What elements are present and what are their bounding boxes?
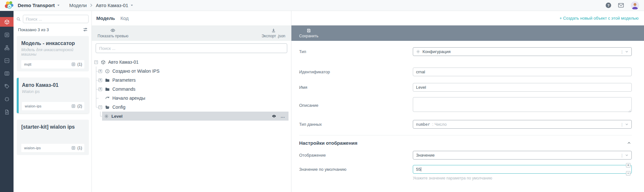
collapse-toggle[interactable]: − (94, 60, 98, 64)
models-list-panel: Показано 3 из 3 Модель - инкассатор Моде… (14, 11, 92, 192)
sidebar-item-objects[interactable] (0, 30, 14, 40)
download-icon (271, 28, 276, 33)
breadcrumb-models[interactable]: Модели (69, 3, 87, 8)
workspace-name: Demo Transport (18, 3, 55, 8)
objects-icon (71, 62, 76, 67)
save-toolbar: Сохранить (291, 25, 644, 41)
objects-icon (71, 146, 76, 150)
sidebar-item-documents[interactable] (0, 107, 14, 117)
code-square-icon (4, 58, 10, 63)
filter-icon[interactable] (83, 27, 88, 32)
sidebar-item-models[interactable] (0, 17, 14, 27)
model-card-footer: mqtt (1) (21, 60, 84, 69)
expander-spacer (99, 96, 102, 100)
model-card-title: Авто Камаз-01 (22, 82, 84, 88)
tree-node-parameters[interactable]: + Parameters (92, 76, 291, 85)
node-settings-panel: + Создать новый объект с этой моделью Со… (291, 11, 644, 192)
save-button[interactable]: Сохранить (294, 28, 324, 38)
default-value-input[interactable]: 55 (413, 165, 632, 174)
chevron-down-icon (625, 50, 629, 53)
protocol-label: mqtt (24, 62, 32, 66)
app-window: R Demo Transport Модели Авто Камаз-01 ? (0, 0, 644, 192)
collapse-toggle[interactable]: − (99, 105, 102, 109)
display-label: Отображение (299, 153, 413, 158)
models-count-row: Показано 3 из 3 (14, 25, 91, 36)
tree-node-label: Создано от Wialon IPS (112, 69, 159, 74)
mail-icon[interactable] (618, 3, 624, 8)
breadcrumb-separator-icon (90, 4, 92, 7)
chevron-down-icon (625, 123, 629, 126)
form-row-name: Имя (299, 83, 632, 92)
model-card[interactable]: Модель - инкассатор Модель для инкассато… (17, 36, 89, 71)
export-json-label: Экспорт .json (261, 34, 285, 38)
description-textarea[interactable] (413, 97, 632, 112)
model-tabs: Модель Код (92, 11, 291, 25)
protocol-label: wialon-ips (25, 104, 42, 108)
description-label: Описание (299, 103, 413, 108)
cube-icon (4, 19, 10, 25)
model-card[interactable]: [starter-kit] wialon ips wialon-ips (1) (17, 120, 89, 155)
tree-node-rent-start[interactable]: Начало аренды (92, 94, 291, 103)
create-object-link[interactable]: + Создать новый объект с этой моделью (560, 16, 639, 21)
tree-node-commands[interactable]: + Commands (92, 85, 291, 94)
tree-search-input[interactable] (96, 43, 287, 53)
tree-node-config[interactable]: − Config (92, 103, 291, 112)
default-value-label: Значение по умолчанию (299, 167, 413, 172)
topbar-actions: ? (606, 1, 639, 10)
caret-down-icon (130, 4, 133, 6)
sidebar-item-tables[interactable] (0, 69, 14, 78)
breadcrumb-current-model[interactable]: Авто Камаз-01 (96, 3, 133, 8)
sidebar-item-modules[interactable] (0, 94, 14, 104)
display-select[interactable]: Значение | (413, 151, 632, 160)
select-divider: | (621, 122, 622, 127)
user-avatar[interactable] (631, 1, 639, 10)
objects-count: (1) (77, 146, 82, 150)
tree-node-label: Config (112, 105, 125, 110)
tab-code[interactable]: Код (120, 15, 129, 21)
select-divider: | (621, 50, 622, 54)
model-tree: − Авто Камаз-01 + Создано от Wialon IPS … (92, 54, 291, 192)
tree-node-created-from[interactable]: + Создано от Wialon IPS (92, 67, 291, 76)
sidebar-item-tags[interactable] (0, 81, 14, 91)
model-card-selected[interactable]: Авто Камаз-01 Wialon ips wialon-ips (2) (17, 78, 89, 113)
tree-node-level-selected[interactable]: Level … (102, 112, 289, 121)
show-preview-label: Показать превью (98, 34, 128, 38)
sidebar-item-hierarchy[interactable] (0, 43, 14, 52)
identifier-input[interactable] (413, 68, 632, 76)
display-settings-header: Настройки отображения (299, 139, 632, 146)
redo-arrow-icon (105, 96, 110, 101)
display-settings-title: Настройки отображения (299, 140, 357, 146)
folder-open-icon (105, 105, 110, 110)
frame-icon (4, 32, 10, 38)
expand-toggle[interactable]: + (99, 87, 102, 91)
data-type-code: number (416, 122, 430, 127)
export-json-button[interactable]: Экспорт .json (261, 28, 285, 38)
model-card-title: [starter-kit] wialon ips (21, 124, 84, 130)
hierarchy-icon (4, 45, 10, 50)
tab-model[interactable]: Модель (96, 15, 115, 21)
workspace-switcher[interactable]: Demo Transport (18, 3, 60, 8)
tree-node-root[interactable]: − Авто Камаз-01 (92, 58, 291, 67)
help-icon[interactable]: ? (606, 3, 611, 8)
more-actions-icon[interactable]: … (280, 115, 285, 117)
section-divider (299, 135, 632, 135)
expand-toggle[interactable]: + (99, 78, 102, 82)
show-preview-button[interactable]: Показать превью (98, 28, 128, 38)
folder-icon (105, 87, 110, 92)
expand-toggle[interactable]: + (99, 69, 102, 73)
type-select[interactable]: Конфигурация | (413, 47, 632, 56)
visibility-eye-icon[interactable] (272, 114, 276, 118)
data-type-select[interactable]: number : Число | (413, 120, 632, 129)
stepper-increment-button[interactable]: + (626, 163, 630, 168)
nav-sidebar (0, 11, 14, 192)
sidebar-item-code[interactable] (0, 56, 14, 65)
floppy-save-icon (307, 28, 311, 33)
objects-count: (1) (77, 62, 82, 67)
chevron-up-icon[interactable] (627, 141, 632, 145)
models-search-row (14, 11, 91, 25)
name-input[interactable] (413, 83, 632, 92)
chevron-down-icon (625, 153, 629, 157)
stepper-decrement-button[interactable]: − (626, 171, 630, 176)
models-search-input[interactable] (23, 15, 89, 23)
form-row-type: Тип Конфигурация | (299, 47, 632, 56)
